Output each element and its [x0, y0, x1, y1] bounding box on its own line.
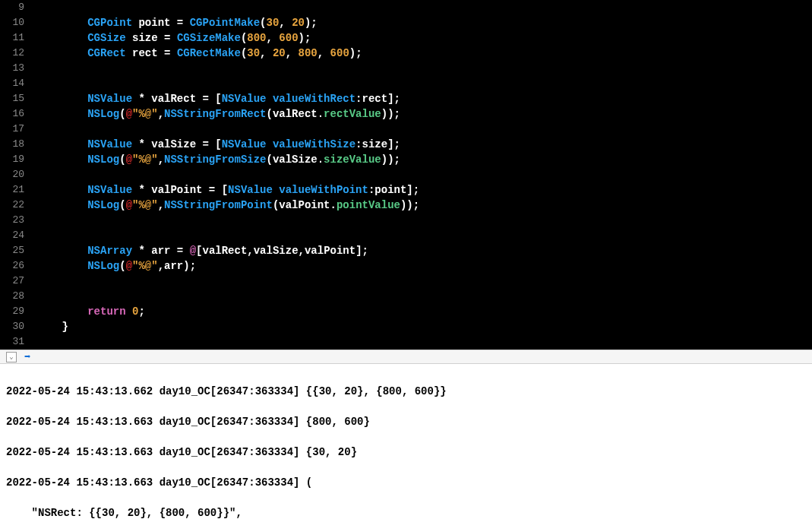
code-line[interactable]: [36, 167, 812, 182]
code-line[interactable]: NSLog(@"%@",NSStringFromPoint(valPoint.p…: [36, 198, 812, 213]
line-number: 31: [0, 334, 24, 350]
line-number: 30: [0, 319, 24, 334]
line-number: 19: [0, 152, 24, 167]
code-line[interactable]: NSLog(@"%@",NSStringFromRect(valRect.rec…: [36, 106, 812, 122]
code-line[interactable]: NSValue * valPoint = [NSValue valueWithP…: [36, 182, 812, 198]
expand-icon[interactable]: ⌄: [6, 352, 17, 362]
line-number: 28: [0, 289, 24, 304]
console-line: 2022-05-24 15:43:13.662 day10_OC[26347:3…: [6, 384, 806, 399]
line-number: 15: [0, 91, 24, 106]
code-line[interactable]: return 0;: [36, 304, 812, 319]
line-number: 14: [0, 76, 24, 91]
code-editor[interactable]: 9 10 11 12 13 14 15 16 17 18 19 20 21 22…: [0, 0, 812, 350]
code-line[interactable]: NSValue * valRect = [NSValue valueWithRe…: [36, 91, 812, 106]
line-number: 13: [0, 61, 24, 76]
debug-console[interactable]: 2022-05-24 15:43:13.662 day10_OC[26347:3…: [0, 364, 812, 519]
line-number: 21: [0, 182, 24, 198]
console-line: "NSRect: {{30, 20}, {800, 600}}",: [6, 505, 806, 519]
line-number: 24: [0, 228, 24, 243]
line-number: 12: [0, 46, 24, 61]
line-number: 26: [0, 258, 24, 274]
code-line[interactable]: [36, 228, 812, 243]
console-line: 2022-05-24 15:43:13.663 day10_OC[26347:3…: [6, 475, 806, 490]
code-line[interactable]: CGSize size = CGSizeMake(800, 600);: [36, 30, 812, 46]
code-line[interactable]: NSValue * valSize = [NSValue valueWithSi…: [36, 137, 812, 152]
line-number: 10: [0, 15, 24, 30]
line-number: 11: [0, 30, 24, 46]
code-line[interactable]: CGPoint point = CGPointMake(30, 20);: [36, 15, 812, 30]
code-content[interactable]: CGPoint point = CGPointMake(30, 20); CGS…: [30, 0, 812, 350]
code-line[interactable]: }: [36, 319, 812, 334]
console-line: 2022-05-24 15:43:13.663 day10_OC[26347:3…: [6, 445, 806, 460]
code-line[interactable]: [36, 213, 812, 228]
code-line[interactable]: [36, 122, 812, 137]
line-number: 27: [0, 274, 24, 289]
line-number: 16: [0, 106, 24, 122]
console-line: 2022-05-24 15:43:13.663 day10_OC[26347:3…: [6, 414, 806, 429]
line-number: 22: [0, 198, 24, 213]
code-line[interactable]: CGRect rect = CGRectMake(30, 20, 800, 60…: [36, 46, 812, 61]
line-number: 18: [0, 137, 24, 152]
line-number: 20: [0, 167, 24, 182]
code-line[interactable]: [36, 274, 812, 289]
code-line[interactable]: NSLog(@"%@",arr);: [36, 258, 812, 274]
code-line[interactable]: NSArray * arr = @[valRect,valSize,valPoi…: [36, 243, 812, 258]
code-line[interactable]: [36, 76, 812, 91]
code-line[interactable]: NSLog(@"%@",NSStringFromSize(valSize.siz…: [36, 152, 812, 167]
line-number: 9: [0, 0, 24, 15]
code-line[interactable]: [36, 61, 812, 76]
code-line[interactable]: [36, 289, 812, 304]
code-line[interactable]: [36, 0, 812, 15]
line-number: 17: [0, 122, 24, 137]
line-number: 29: [0, 304, 24, 319]
code-line[interactable]: [36, 334, 812, 350]
debug-toolbar: ⌄ ➡: [0, 350, 812, 364]
line-gutter: 9 10 11 12 13 14 15 16 17 18 19 20 21 22…: [0, 0, 30, 350]
line-number: 23: [0, 213, 24, 228]
line-number: 25: [0, 243, 24, 258]
continue-icon[interactable]: ➡: [24, 350, 30, 363]
